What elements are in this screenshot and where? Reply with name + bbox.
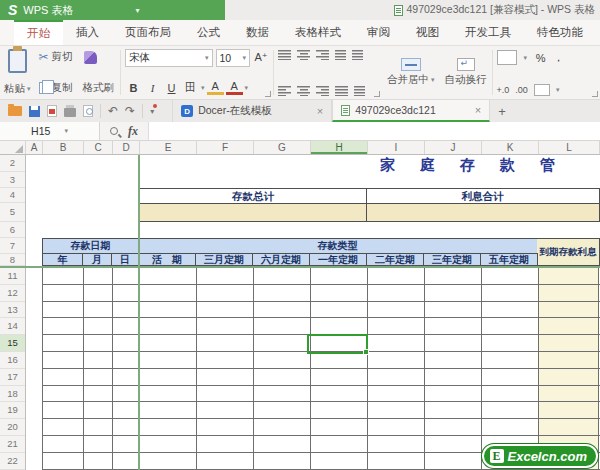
row-header-5[interactable]: 5 [0, 203, 25, 222]
copy-button[interactable]: 复制 [37, 80, 75, 96]
row-header-22[interactable]: 22 [0, 453, 25, 470]
tab-current-workbook[interactable]: 497029ce3dc121 × [332, 100, 490, 122]
underline-button[interactable]: U [163, 79, 180, 96]
ribbon-tab-insert[interactable]: 插入 [63, 20, 112, 45]
font-dialog-launcher[interactable] [265, 91, 271, 97]
deposit-date-header-cell[interactable]: 存款日期 [42, 238, 139, 254]
column-header-a[interactable]: A [26, 141, 43, 154]
row-header-8[interactable]: 8 [0, 254, 25, 266]
font-color-button[interactable]: A [226, 81, 243, 95]
row-header-6[interactable]: 6 [0, 222, 25, 238]
row-header-21[interactable]: 21 [0, 436, 25, 453]
percent-style-button[interactable]: % [534, 49, 547, 66]
two-year-header-cell[interactable]: 二年定期 [367, 253, 424, 266]
formula-input[interactable] [148, 122, 600, 140]
row-header-17[interactable]: 17 [0, 369, 25, 386]
decrease-indent-icon[interactable] [335, 49, 346, 60]
ribbon-tab-data[interactable]: 数据 [233, 20, 282, 45]
grid-rows[interactable] [42, 268, 600, 470]
ribbon-tab-developer[interactable]: 开发工具 [452, 20, 524, 45]
italic-button[interactable]: I [144, 79, 161, 96]
align-right-icon[interactable] [316, 85, 329, 96]
align-top-icon[interactable] [278, 49, 291, 60]
day-header-cell[interactable]: 日 [112, 253, 139, 266]
row-header-3[interactable]: 3 [0, 172, 25, 188]
column-header-i[interactable]: I [368, 141, 425, 154]
insert-function-button[interactable]: fx [128, 124, 138, 139]
active-cell-h15[interactable] [307, 334, 368, 354]
undo-icon[interactable]: ↶ [108, 105, 118, 117]
sheet-title[interactable]: 家庭存款管 [380, 156, 580, 175]
paste-icon[interactable] [8, 49, 27, 73]
wrap-text-button[interactable]: 自动换行 [440, 46, 492, 99]
month-header-cell[interactable]: 月 [83, 253, 112, 266]
open-file-icon[interactable] [8, 106, 22, 116]
column-header-h[interactable]: H [311, 141, 368, 154]
maturity-interest-header-cell[interactable]: 到期存款利息 [537, 238, 600, 266]
format-painter-button[interactable]: 格式刷 [81, 80, 117, 96]
column-header-j[interactable]: J [425, 141, 482, 154]
fill-color-button[interactable]: A [207, 81, 224, 95]
totals-value-strip[interactable] [139, 203, 600, 222]
row-header-11[interactable]: 11 [0, 268, 25, 285]
row-header-2[interactable]: 2 [0, 155, 25, 172]
redo-icon[interactable]: ↷ [125, 105, 135, 117]
distributed-icon[interactable] [354, 85, 365, 96]
ribbon-tab-home[interactable]: 开始 [14, 20, 63, 45]
row-header-20[interactable]: 20 [0, 419, 25, 436]
number-format-caret-icon[interactable]: ▾ [524, 54, 528, 62]
row-header-7[interactable]: 7 [0, 238, 25, 254]
font-size-select[interactable]: 10 ▾ [216, 49, 250, 67]
export-pdf-icon[interactable] [47, 105, 57, 117]
borders-button[interactable]: 田 [182, 79, 199, 96]
ribbon-tab-table-style[interactable]: 表格样式 [282, 20, 354, 45]
column-header-e[interactable]: E [140, 141, 197, 154]
close-current-tab-icon[interactable]: × [475, 104, 481, 116]
increase-indent-icon[interactable] [352, 49, 363, 60]
column-header-b[interactable]: B [43, 141, 84, 154]
grow-font-button[interactable]: A⁺ [253, 49, 269, 66]
row-header-4[interactable]: 4 [0, 188, 25, 203]
borders-caret-icon[interactable]: ▾ [201, 84, 205, 92]
ribbon-tab-view[interactable]: 视图 [403, 20, 452, 45]
app-menu-button[interactable]: S WPS 表格 ▾ [0, 0, 225, 20]
ribbon-tab-page-layout[interactable]: 页面布局 [112, 20, 184, 45]
tab-docer-templates[interactable]: D Docer-在线模板 × [172, 100, 332, 122]
font-size-caret-icon[interactable]: ▾ [242, 54, 246, 62]
decrease-decimal-button[interactable]: .00 [515, 85, 528, 95]
column-header-k[interactable]: K [482, 141, 539, 154]
close-docer-tab-icon[interactable]: × [317, 105, 323, 117]
new-tab-button[interactable]: + [490, 100, 514, 122]
name-box-caret-icon[interactable]: ▾ [64, 127, 68, 135]
row-header-15[interactable]: 15 [0, 335, 25, 352]
column-header-g[interactable]: G [254, 141, 311, 154]
font-family-select[interactable]: 宋体 ▾ [125, 49, 212, 67]
year-header-cell[interactable]: 年 [42, 253, 83, 266]
column-header-l[interactable]: L [539, 141, 600, 154]
justify-icon[interactable] [335, 85, 348, 96]
merge-center-button[interactable]: 合并居中 ▾ [382, 46, 440, 99]
alignment-dialog-launcher[interactable] [374, 91, 380, 97]
three-month-header-cell[interactable]: 三月定期 [196, 253, 253, 266]
row-header-14[interactable]: 14 [0, 318, 25, 335]
row-header-19[interactable]: 19 [0, 402, 25, 419]
demand-deposit-header-cell[interactable]: 活 期 [139, 253, 196, 266]
font-color-caret-icon[interactable]: ▾ [245, 84, 249, 92]
name-box[interactable]: H15 ▾ [0, 122, 100, 140]
deposit-total-header-cell[interactable]: 存款总计 [139, 188, 367, 204]
paste-button[interactable]: 粘贴 ▾ [4, 82, 31, 96]
column-header-c[interactable]: C [84, 141, 113, 154]
app-menu-caret-icon[interactable]: ▾ [135, 6, 139, 15]
cell-style-icon[interactable] [534, 84, 550, 96]
column-header-f[interactable]: F [197, 141, 254, 154]
save-icon[interactable] [29, 106, 40, 117]
bold-button[interactable]: B [125, 79, 142, 96]
search-icon[interactable] [110, 127, 118, 135]
sheet-area[interactable]: 家庭存款管 存款总计 利息合计 存款日期 存款类型 到期存款利息 年 月 日 活… [0, 155, 600, 470]
ribbon-tab-review[interactable]: 审阅 [354, 20, 403, 45]
align-center-icon[interactable] [297, 85, 310, 96]
align-left-icon[interactable] [278, 85, 291, 96]
three-year-header-cell[interactable]: 三年定期 [424, 253, 481, 266]
font-family-caret-icon[interactable]: ▾ [205, 54, 209, 62]
number-dialog-launcher[interactable] [592, 91, 598, 97]
